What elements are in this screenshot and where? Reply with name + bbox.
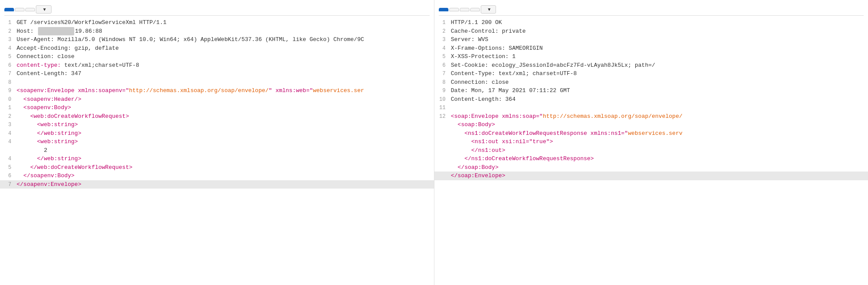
- table-row: 6content-type: text/xml;charset=UTF-8: [0, 61, 434, 70]
- line-number: 0: [3, 95, 11, 103]
- request-tab-newline[interactable]: [25, 8, 35, 11]
- table-row: 4Accept-Encoding: gzip, deflate: [0, 44, 434, 53]
- table-row: 7Content-Type: text/xml; charset=UTF-8: [434, 69, 868, 78]
- line-content: User-Agent: Mozilla/5.0 (Windows NT 10.0…: [17, 35, 431, 44]
- line-number: 4: [437, 44, 446, 52]
- line-number: 4: [3, 155, 11, 163]
- line-content: Connection: close: [17, 52, 431, 61]
- line-number: 2: [437, 27, 446, 35]
- table-row: 4X-Frame-Options: SAMEORIGIN: [434, 44, 868, 53]
- request-tab-raw[interactable]: [15, 8, 24, 11]
- table-row: 5 </web:doCreateWorkflowRequest>: [0, 163, 434, 172]
- line-content: <web:doCreateWorkflowRequest>: [17, 112, 431, 121]
- line-content: </web:doCreateWorkflowRequest>: [17, 163, 431, 172]
- line-number: 5: [3, 52, 11, 61]
- line-content: Date: Mon, 17 May 2021 07:11:22 GMT: [451, 86, 866, 95]
- table-row: 2: [0, 146, 434, 155]
- line-number: [437, 137, 446, 138]
- table-row: 8: [0, 78, 434, 87]
- line-number: [437, 172, 446, 172]
- table-row: 10Content-Length: 364: [434, 95, 868, 104]
- request-panel: ▼ 1GET /services%20/WorkflowServiceXml H…: [0, 0, 434, 285]
- line-content: </soapenv:Envelope>: [17, 180, 431, 189]
- request-header: ▼: [0, 0, 434, 16]
- line-number: 8: [437, 78, 446, 86]
- table-row: <ns1:out xsi:nil="true">: [434, 137, 868, 146]
- response-tab-newline[interactable]: [470, 8, 480, 11]
- line-content: Set-Cookie: ecology_JSessionId=abcFz7Fd-…: [451, 61, 866, 70]
- line-content: </web:string>: [17, 155, 431, 163]
- response-actions-chevron-icon: ▼: [487, 7, 492, 12]
- line-number: 5: [3, 163, 11, 172]
- table-row: 8Connection: close: [434, 78, 868, 87]
- response-tab-bar: ▼: [439, 5, 864, 16]
- line-content: </soapenv:Body>: [17, 172, 431, 180]
- line-number: 4: [3, 137, 11, 146]
- response-code-area[interactable]: 1HTTP/1.1 200 OK2Cache-Control: private3…: [434, 16, 868, 183]
- line-content: </ns1:out>: [451, 146, 866, 155]
- response-actions-button[interactable]: ▼: [481, 5, 496, 14]
- line-content: <web:string>: [17, 137, 431, 146]
- line-content: Cache-Control: private: [451, 27, 866, 36]
- line-content: content-type: text/xml;charset=UTF-8: [17, 61, 431, 70]
- line-content: <soap:Body>: [451, 120, 866, 129]
- line-number: 6: [3, 172, 11, 180]
- line-content: HTTP/1.1 200 OK: [451, 18, 866, 27]
- table-row: </soap:Body>: [434, 163, 868, 172]
- response-tab-raw[interactable]: [449, 8, 459, 11]
- line-number: 3: [437, 35, 446, 44]
- line-number: 4: [3, 129, 11, 137]
- request-tab-pretty[interactable]: [4, 8, 14, 11]
- table-row: 7</soapenv:Envelope>: [0, 180, 434, 189]
- table-row: 2Host: 19.86:88: [0, 27, 434, 36]
- table-row: </soap:Envelope>: [434, 172, 868, 180]
- response-header: ▼: [434, 0, 868, 16]
- line-content: Content-Length: 347: [17, 69, 431, 78]
- line-number: 8: [3, 78, 11, 86]
- table-row: 3User-Agent: Mozilla/5.0 (Windows NT 10.…: [0, 35, 434, 44]
- line-content: Server: WVS: [451, 35, 866, 44]
- line-content: 2: [17, 146, 431, 155]
- line-content: <ns1:out xsi:nil="true">: [451, 137, 866, 146]
- line-content: <soap:Envelope xmlns:soap="http://schema…: [451, 112, 866, 121]
- table-row: 2Cache-Control: private: [434, 27, 868, 36]
- table-row: 12<soap:Envelope xmlns:soap="http://sche…: [434, 112, 868, 121]
- request-code-wrapper: 1GET /services%20/WorkflowServiceXml HTT…: [0, 16, 434, 285]
- line-number: 3: [3, 120, 11, 129]
- line-content: Content-Length: 364: [451, 95, 866, 104]
- line-number: 9: [3, 86, 11, 95]
- line-content: Host: 19.86:88: [17, 27, 431, 36]
- line-number: [3, 146, 11, 147]
- table-row: 9Date: Mon, 17 May 2021 07:11:22 GMT: [434, 86, 868, 95]
- line-content: [451, 103, 866, 112]
- line-number: 7: [3, 69, 11, 78]
- line-number: [437, 146, 446, 147]
- table-row: </ns1:out>: [434, 146, 868, 155]
- line-number: 11: [437, 103, 446, 112]
- line-content: <ns1:doCreateWorkflowRequestResponse xml…: [451, 129, 866, 138]
- line-number: 7: [3, 180, 11, 189]
- request-actions-button[interactable]: ▼: [36, 5, 52, 14]
- line-content: GET /services%20/WorkflowServiceXml HTTP…: [17, 18, 431, 27]
- request-tab-bar: ▼: [4, 5, 430, 16]
- response-tab-pretty[interactable]: [439, 8, 448, 11]
- line-content: </web:string>: [17, 129, 431, 138]
- line-content: Accept-Encoding: gzip, deflate: [17, 44, 431, 53]
- request-code-area[interactable]: 1GET /services%20/WorkflowServiceXml HTT…: [0, 16, 434, 191]
- line-number: 1: [3, 18, 11, 27]
- table-row: 1GET /services%20/WorkflowServiceXml HTT…: [0, 18, 434, 27]
- table-row: 3Server: WVS: [434, 35, 868, 44]
- response-tab-render[interactable]: [460, 8, 469, 11]
- line-content: <soapenv:Body>: [17, 103, 431, 112]
- table-row: 11: [434, 103, 868, 112]
- table-row: 1 <soapenv:Body>: [0, 103, 434, 112]
- line-content: Content-Type: text/xml; charset=UTF-8: [451, 69, 866, 78]
- line-number: 7: [437, 69, 446, 78]
- table-row: 5X-XSS-Protection: 1: [434, 52, 868, 61]
- response-code-wrapper: 1HTTP/1.1 200 OK2Cache-Control: private3…: [434, 16, 868, 285]
- line-content: <web:string>: [17, 120, 431, 129]
- line-number: 4: [3, 44, 11, 52]
- line-number: [437, 155, 446, 155]
- line-content: X-Frame-Options: SAMEORIGIN: [451, 44, 866, 53]
- line-content: <soapenv:Header/>: [17, 95, 431, 104]
